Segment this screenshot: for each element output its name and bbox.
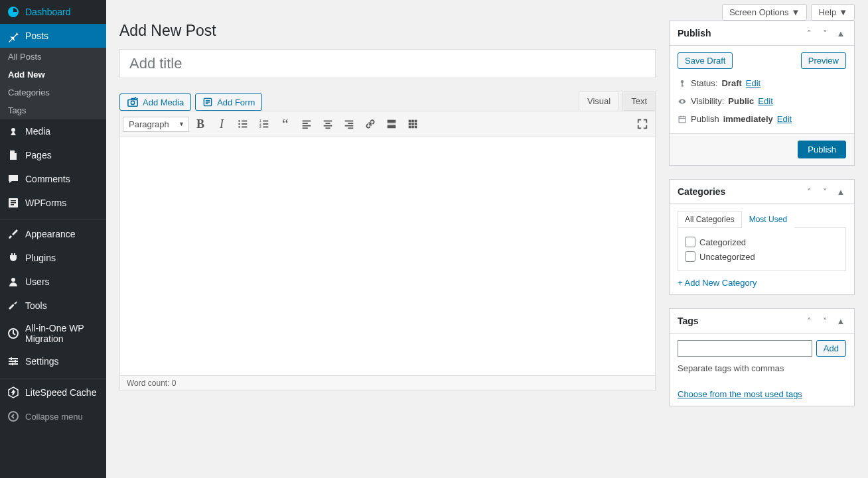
add-form-label: Add Form [217,97,255,107]
link-button[interactable] [360,114,380,134]
svg-rect-21 [242,121,247,122]
svg-rect-2 [11,200,16,202]
svg-rect-25 [242,127,247,128]
submenu-tags[interactable]: Tags [0,101,106,119]
svg-rect-27 [263,121,268,122]
edit-publish-link[interactable]: Edit [777,114,792,124]
toggle-icon[interactable]: ▲ [835,187,846,197]
menu-wpforms[interactable]: WPForms [0,191,106,215]
menu-posts[interactable]: Posts [0,24,106,48]
toggle-icon[interactable]: ▲ [835,316,846,326]
add-form-button[interactable]: Add Form [195,93,262,111]
toggle-icon[interactable]: ▲ [835,29,846,38]
menu-settings[interactable]: Settings [0,349,106,373]
move-up-icon[interactable]: ˄ [804,316,814,326]
bullet-list-button[interactable] [233,114,253,134]
menu-label: Settings [25,356,59,367]
collapse-menu[interactable]: Collapse menu [0,404,106,428]
svg-rect-33 [303,123,308,124]
menu-plugins[interactable]: Plugins [0,246,106,270]
add-media-button[interactable]: Add Media [119,93,191,111]
menu-appearance[interactable]: Appearance [0,222,106,246]
move-up-icon[interactable]: ˄ [804,29,814,38]
preview-button[interactable]: Preview [801,52,846,69]
toolbar-toggle-button[interactable] [403,114,423,134]
save-draft-button[interactable]: Save Draft [678,52,733,69]
tags-input[interactable] [678,340,812,357]
tab-visual[interactable]: Visual [579,91,619,111]
tab-all-categories[interactable]: All Categories [678,211,742,228]
menu-label: WPForms [25,198,66,208]
menu-users[interactable]: Users [0,270,106,294]
align-right-button[interactable] [339,114,359,134]
svg-rect-12 [12,363,13,365]
submenu-add-new[interactable]: Add New [0,66,106,84]
editor-content[interactable] [119,137,656,376]
menu-pages[interactable]: Pages [0,143,106,167]
format-select[interactable]: Paragraph [123,117,189,132]
edit-visibility-link[interactable]: Edit [758,96,772,106]
comments-icon [7,172,20,186]
svg-text:3: 3 [259,125,261,129]
svg-rect-35 [303,127,308,129]
calendar-icon [678,115,687,124]
category-checkbox[interactable] [685,237,695,247]
align-left-button[interactable] [297,114,317,134]
move-down-icon[interactable]: ˅ [820,29,830,38]
menu-tools[interactable]: Tools [0,294,106,318]
categories-metabox: Categories ˄ ˅ ▲ All Categories Most Use… [669,179,855,295]
tab-text[interactable]: Text [622,91,656,111]
move-up-icon[interactable]: ˄ [804,187,814,197]
add-new-category-link[interactable]: + Add New Category [678,278,757,288]
publish-button[interactable]: Publish [798,141,846,158]
svg-rect-4 [11,204,14,206]
readmore-button[interactable] [382,114,401,134]
move-down-icon[interactable]: ˅ [820,316,830,326]
italic-button[interactable]: I [212,114,232,134]
align-center-button[interactable] [318,114,338,134]
svg-rect-40 [345,121,354,122]
post-title-input[interactable] [119,49,656,78]
fullscreen-button[interactable] [632,114,652,134]
menu-dashboard[interactable]: Dashboard [0,0,106,24]
submenu-all-posts[interactable]: All Posts [0,48,106,66]
svg-rect-54 [411,126,414,129]
svg-rect-44 [388,120,396,123]
bold-button[interactable]: B [190,114,210,134]
word-count: Word count: 0 [127,379,176,388]
quote-button[interactable]: “ [275,114,295,134]
menu-label: Tools [25,300,47,311]
move-down-icon[interactable]: ˅ [820,187,830,197]
menu-media[interactable]: Media [0,119,106,143]
menu-label: Plugins [25,253,56,263]
svg-rect-32 [303,121,311,122]
category-checkbox[interactable] [685,251,695,262]
menu-separator [0,217,106,220]
media-icon [7,125,20,138]
svg-rect-46 [388,125,396,129]
admin-sidebar: Dashboard Posts All Posts Add New Catego… [0,0,106,433]
submenu-categories[interactable]: Categories [0,84,106,101]
svg-rect-29 [263,123,268,125]
edit-status-link[interactable]: Edit [746,78,760,88]
menu-label: Appearance [25,229,76,239]
tags-metabox: Tags ˄ ˅ ▲ Add Separate tags with commas… [669,308,855,406]
menu-aio-migration[interactable]: All-in-One WP Migration [0,318,106,349]
publish-metabox: Publish ˄ ˅ ▲ Save Draft Preview Status: [669,21,855,166]
menu-comments[interactable]: Comments [0,167,106,191]
collapse-label: Collapse menu [25,412,83,422]
choose-tags-link[interactable]: Choose from the most used tags [678,389,802,399]
menu-litespeed[interactable]: LiteSpeed Cache [0,381,106,404]
screen-options-button[interactable]: Screen Options▼ [722,4,807,21]
publish-title: Publish [678,28,711,38]
svg-rect-37 [325,123,330,124]
svg-rect-55 [415,126,417,129]
help-button[interactable]: Help▼ [811,4,855,21]
add-tag-button[interactable]: Add [816,340,846,357]
tab-most-used[interactable]: Most Used [742,211,794,228]
chevron-down-icon: ▼ [792,7,800,17]
numbered-list-button[interactable]: 123 [254,114,274,134]
format-label: Paragraph [129,119,169,129]
pages-icon [7,149,20,162]
svg-point-15 [131,101,134,104]
